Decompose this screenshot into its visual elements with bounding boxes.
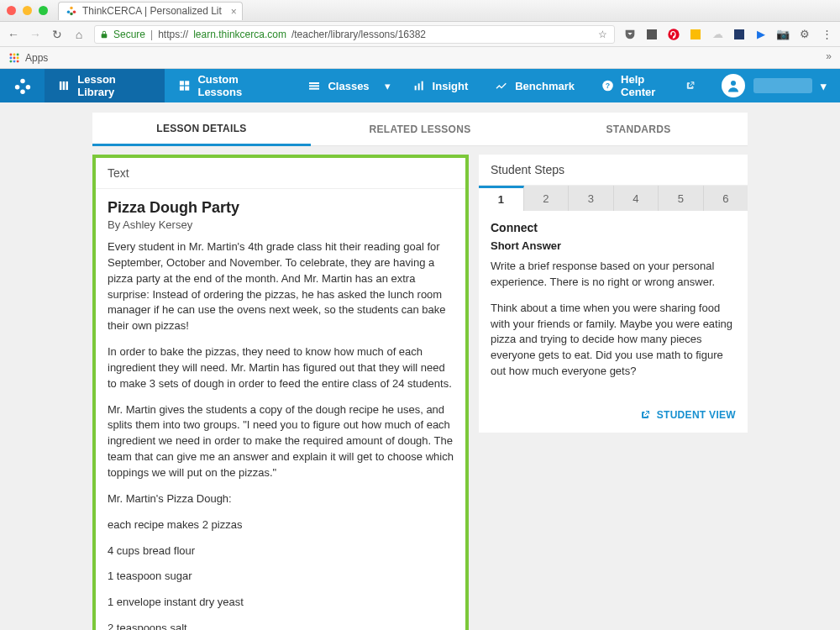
- step-paragraph: Write a brief response based on your per…: [491, 259, 736, 291]
- pinterest-icon[interactable]: [667, 28, 680, 41]
- benchmark-icon: [495, 79, 508, 92]
- bookmark-star-icon[interactable]: ☆: [596, 28, 609, 41]
- avatar-icon: [726, 78, 741, 93]
- maximize-window-button[interactable]: [39, 6, 48, 15]
- nav-classes-caret[interactable]: ▾: [376, 80, 399, 92]
- step-tab-1[interactable]: 1: [479, 186, 524, 211]
- help-icon: ?: [601, 79, 614, 92]
- svg-rect-4: [647, 29, 657, 39]
- step-tab-3[interactable]: 3: [569, 186, 614, 211]
- apps-icon[interactable]: [8, 52, 20, 64]
- minimize-window-button[interactable]: [23, 6, 32, 15]
- student-steps-panel: Student Steps 1 2 3 4 5 6 Connect Short …: [479, 155, 748, 433]
- ext-yellow-icon[interactable]: [689, 28, 702, 41]
- svg-rect-6: [690, 29, 701, 39]
- home-button[interactable]: ⌂: [72, 28, 86, 41]
- address-bar[interactable]: Secure | https://learn.thinkcerca.com/te…: [94, 25, 615, 44]
- student-view-label: STUDENT VIEW: [657, 409, 736, 421]
- browser-menu-icon[interactable]: ⋮: [820, 28, 833, 41]
- svg-rect-29: [309, 85, 319, 87]
- library-icon: [58, 79, 71, 92]
- brand-logo[interactable]: [0, 69, 45, 102]
- nav-custom-lessons[interactable]: Custom Lessons: [165, 69, 294, 102]
- tab-standards-label: STANDARDS: [606, 123, 670, 135]
- window-titlebar: ThinkCERCA | Personalized Lit ×: [0, 0, 840, 22]
- classes-icon: [307, 79, 321, 92]
- tab-standards[interactable]: STANDARDS: [529, 113, 748, 146]
- student-view-button[interactable]: STUDENT VIEW: [479, 400, 748, 433]
- toolbar-extensions: ☁ ▶ 📷 ⚙ ⋮: [623, 28, 833, 41]
- svg-point-12: [13, 56, 16, 59]
- svg-rect-30: [309, 88, 319, 90]
- insight-icon: [412, 79, 426, 92]
- reload-button[interactable]: ↻: [50, 28, 64, 41]
- svg-rect-21: [60, 81, 62, 90]
- step-tab-label: 2: [543, 192, 549, 205]
- pocket-icon[interactable]: [623, 28, 637, 41]
- svg-point-19: [25, 85, 29, 90]
- url-scheme: https://: [158, 29, 188, 40]
- browser-tab[interactable]: ThinkCERCA | Personalized Lit ×: [58, 2, 243, 20]
- step-paragraph: Think about a time when you were sharing…: [491, 301, 736, 380]
- bookmarks-bar: Apps »: [0, 47, 840, 69]
- step-tab-2[interactable]: 2: [524, 186, 570, 211]
- nav-custom-lessons-label: Custom Lessons: [197, 73, 281, 98]
- lesson-paragraph: 1 envelope instant dry yeast: [108, 595, 454, 611]
- step-tab-5[interactable]: 5: [659, 186, 704, 211]
- close-window-button[interactable]: [7, 6, 16, 15]
- apps-label[interactable]: Apps: [25, 52, 48, 64]
- lesson-paragraph: Mr. Martin's Pizza Dough:: [108, 491, 454, 507]
- lesson-paragraph: 1 teaspoon sugar: [108, 569, 454, 585]
- site-favicon: [66, 5, 77, 17]
- tab-lesson-details-label: LESSON DETAILS: [156, 123, 246, 134]
- ext-grid-icon[interactable]: [732, 28, 746, 41]
- ext-video-icon[interactable]: ▶: [754, 28, 768, 41]
- text-panel-header: Text: [96, 158, 465, 189]
- ext-camera-icon[interactable]: 📷: [776, 28, 790, 41]
- url-host: learn.thinkcerca.com: [193, 29, 286, 40]
- back-button[interactable]: ←: [7, 28, 20, 41]
- bookmarks-overflow-icon[interactable]: »: [826, 50, 832, 62]
- svg-point-20: [20, 90, 25, 95]
- tab-lesson-details[interactable]: LESSON DETAILS: [92, 113, 311, 146]
- close-tab-icon[interactable]: ×: [231, 6, 237, 18]
- lesson-paragraph: Mr. Martin gives the students a copy of …: [108, 402, 454, 481]
- user-menu[interactable]: ▾: [708, 69, 840, 102]
- ext-square-icon[interactable]: [645, 28, 659, 41]
- nav-classes[interactable]: Classes: [294, 69, 382, 102]
- step-tabs: 1 2 3 4 5 6: [479, 186, 748, 211]
- step-tab-4[interactable]: 4: [614, 186, 659, 211]
- avatar: [722, 74, 745, 97]
- step-tab-label: 5: [678, 192, 684, 205]
- brand-logo-icon: [13, 76, 32, 95]
- connect-heading: Connect: [491, 221, 736, 234]
- nav-lesson-library[interactable]: Lesson Library: [45, 69, 165, 102]
- browser-tab-title: ThinkCERCA | Personalized Lit: [82, 5, 222, 17]
- lesson-title: Pizza Dough Party: [108, 199, 454, 217]
- svg-rect-24: [180, 81, 184, 85]
- svg-point-15: [13, 60, 16, 62]
- nav-benchmark[interactable]: Benchmark: [481, 69, 588, 102]
- svg-point-11: [9, 56, 12, 59]
- svg-point-17: [20, 79, 25, 84]
- settings-gear-icon[interactable]: ⚙: [798, 28, 811, 41]
- page-tabs: LESSON DETAILS RELATED LESSONS STANDARDS: [92, 113, 748, 146]
- svg-rect-27: [186, 87, 190, 91]
- step-tab-6[interactable]: 6: [704, 186, 748, 211]
- svg-point-36: [731, 81, 736, 86]
- svg-point-14: [9, 60, 12, 62]
- svg-rect-22: [63, 81, 66, 90]
- step-tab-label: 6: [722, 192, 728, 205]
- student-steps-header: Student Steps: [479, 155, 748, 186]
- svg-point-16: [17, 60, 19, 62]
- nav-insight[interactable]: Insight: [399, 69, 482, 102]
- app-navbar: Lesson Library Custom Lessons Classes ▾ …: [0, 69, 840, 102]
- svg-point-8: [9, 53, 12, 55]
- ext-cloud-icon[interactable]: ☁: [711, 28, 724, 41]
- forward-button[interactable]: →: [29, 28, 42, 41]
- tab-related-lessons[interactable]: RELATED LESSONS: [311, 113, 529, 146]
- svg-rect-33: [421, 81, 423, 91]
- text-panel: Text Pizza Dough Party By Ashley Kersey …: [92, 155, 469, 630]
- svg-point-0: [70, 7, 73, 10]
- nav-help-center[interactable]: ? Help Center: [588, 69, 708, 102]
